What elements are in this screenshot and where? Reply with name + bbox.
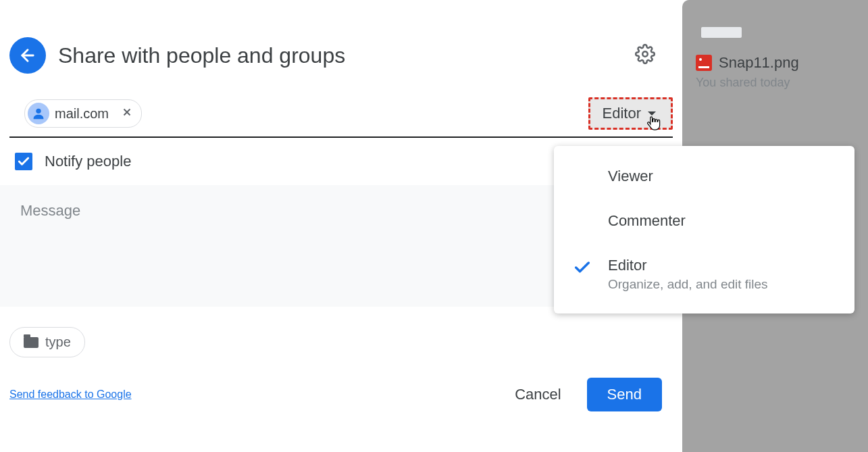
chip-email: mail.com: [55, 106, 109, 122]
dropdown-item-editor[interactable]: Editor Organize, add, and edit files: [554, 243, 854, 305]
recipient-row: mail.com Editor: [9, 91, 673, 138]
file-info: Snap11.png You shared today: [696, 54, 868, 90]
dropdown-item-label: Commenter: [608, 212, 834, 230]
dialog-header: Share with people and groups: [0, 0, 682, 91]
dropdown-item-commenter[interactable]: Commenter: [554, 199, 854, 243]
back-button[interactable]: [9, 37, 46, 74]
check-icon: [17, 155, 30, 168]
person-icon: [31, 106, 46, 121]
dialog-title: Share with people and groups: [58, 43, 635, 68]
dropdown-item-label: Viewer: [608, 168, 834, 185]
svg-point-2: [36, 109, 41, 114]
role-selected-label: Editor: [603, 105, 641, 122]
svg-point-1: [642, 51, 648, 57]
role-dropdown-menu: Viewer Commenter Editor Organize, add, a…: [554, 146, 854, 313]
dropdown-item-desc: Organize, add, and edit files: [608, 277, 834, 292]
folder-icon: [24, 337, 39, 348]
chevron-down-icon: [648, 111, 656, 116]
settings-button[interactable]: [635, 44, 655, 67]
dropdown-item-viewer[interactable]: Viewer: [554, 154, 854, 199]
role-dropdown[interactable]: Editor: [588, 97, 673, 130]
feedback-link[interactable]: Send feedback to Google: [9, 388, 132, 401]
attachment-row: type: [0, 307, 682, 357]
close-icon: [121, 106, 133, 118]
notify-label: Notify people: [45, 153, 131, 170]
gear-icon: [635, 44, 655, 64]
notify-checkbox[interactable]: [15, 153, 32, 170]
file-status: You shared today: [696, 76, 868, 90]
avatar: [28, 103, 49, 124]
send-button[interactable]: Send: [587, 378, 662, 411]
dropdown-item-label: Editor: [608, 257, 834, 274]
dialog-footer: Send feedback to Google Cancel Send: [0, 357, 682, 425]
recipient-chips: mail.com: [9, 99, 588, 128]
arrow-left-icon: [18, 46, 37, 65]
attachment-chip[interactable]: type: [9, 327, 85, 357]
cursor-hand-icon: [646, 114, 661, 136]
image-file-icon: [696, 55, 712, 71]
file-name: Snap11.png: [719, 54, 799, 72]
attachment-label: type: [45, 334, 71, 350]
cancel-button[interactable]: Cancel: [503, 378, 573, 411]
check-icon: [573, 258, 592, 280]
preview-thumb: [701, 27, 742, 38]
chip-remove-button[interactable]: [118, 106, 136, 122]
recipient-chip[interactable]: mail.com: [24, 99, 142, 128]
